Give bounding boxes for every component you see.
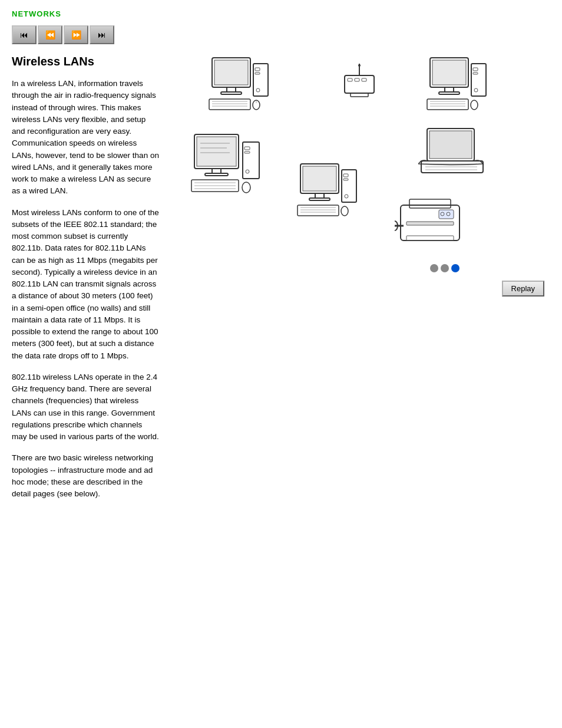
svg-rect-45 xyxy=(243,142,259,179)
svg-rect-25 xyxy=(427,99,468,110)
svg-rect-53 xyxy=(309,198,330,200)
svg-rect-19 xyxy=(362,78,366,81)
paragraph-4: There are two basic wireless networking … xyxy=(12,452,159,500)
svg-rect-35 xyxy=(197,137,236,166)
network-switch xyxy=(342,64,377,107)
svg-rect-10 xyxy=(255,73,260,74)
printer xyxy=(395,193,483,261)
navigation-controls: ⏮ ⏪ ⏩ ⏭ xyxy=(12,25,550,44)
page-title: NETWORKS xyxy=(12,9,550,18)
svg-rect-8 xyxy=(253,64,268,96)
svg-rect-18 xyxy=(355,78,359,81)
prev-button[interactable]: ⏪ xyxy=(38,25,62,44)
svg-rect-54 xyxy=(297,205,339,216)
svg-rect-72 xyxy=(439,210,454,219)
svg-rect-47 xyxy=(244,151,250,153)
svg-rect-4 xyxy=(209,99,250,110)
svg-rect-9 xyxy=(255,68,260,71)
dot-1 xyxy=(430,264,438,272)
paragraph-1: In a wireless LAN, information travels t… xyxy=(12,78,159,197)
svg-rect-75 xyxy=(406,236,454,241)
next-button[interactable]: ⏩ xyxy=(64,25,88,44)
svg-rect-23 xyxy=(445,87,454,92)
svg-rect-60 xyxy=(343,179,348,180)
replay-button[interactable]: Replay xyxy=(502,281,544,297)
laptop xyxy=(418,126,489,181)
paragraph-3: 802.11b wireless LANs operate in the 2.4… xyxy=(12,371,159,443)
svg-rect-52 xyxy=(315,193,324,198)
dot-2 xyxy=(441,264,449,272)
svg-point-32 xyxy=(474,88,478,92)
left-panel: Wireless LANs In a wireless LAN, informa… xyxy=(12,55,171,509)
last-button[interactable]: ⏭ xyxy=(90,25,114,44)
svg-point-61 xyxy=(345,195,348,198)
svg-rect-71 xyxy=(406,222,454,225)
svg-point-62 xyxy=(341,206,348,216)
svg-rect-46 xyxy=(244,147,250,150)
status-dots xyxy=(430,264,459,272)
right-panel: Replay xyxy=(171,55,550,509)
svg-point-48 xyxy=(246,170,249,173)
svg-point-49 xyxy=(242,182,250,193)
svg-rect-51 xyxy=(303,166,336,191)
svg-rect-1 xyxy=(214,60,248,85)
svg-rect-30 xyxy=(473,68,478,71)
computer-1 xyxy=(206,55,271,116)
svg-point-15 xyxy=(358,64,361,67)
svg-rect-70 xyxy=(409,199,451,208)
svg-rect-31 xyxy=(473,73,478,74)
first-button[interactable]: ⏮ xyxy=(12,25,37,44)
svg-rect-64 xyxy=(429,131,472,159)
computer-2 xyxy=(424,55,489,116)
svg-rect-2 xyxy=(227,87,236,92)
svg-rect-3 xyxy=(221,92,242,94)
diagram-area: Replay xyxy=(171,55,550,302)
svg-rect-39 xyxy=(212,169,221,173)
svg-rect-40 xyxy=(205,173,228,176)
section-title: Wireless LANs xyxy=(12,55,159,68)
svg-point-33 xyxy=(471,100,478,110)
svg-rect-17 xyxy=(348,78,352,81)
svg-rect-24 xyxy=(439,92,459,94)
svg-rect-22 xyxy=(432,60,466,85)
svg-point-11 xyxy=(256,88,260,92)
svg-rect-59 xyxy=(343,174,348,177)
svg-rect-58 xyxy=(342,170,356,202)
paragraph-2: Most wireless LANs conform to one of the… xyxy=(12,207,159,362)
computer-4 xyxy=(295,161,359,222)
svg-rect-29 xyxy=(471,64,486,96)
computer-3 xyxy=(189,131,265,199)
dot-3 xyxy=(451,264,459,272)
